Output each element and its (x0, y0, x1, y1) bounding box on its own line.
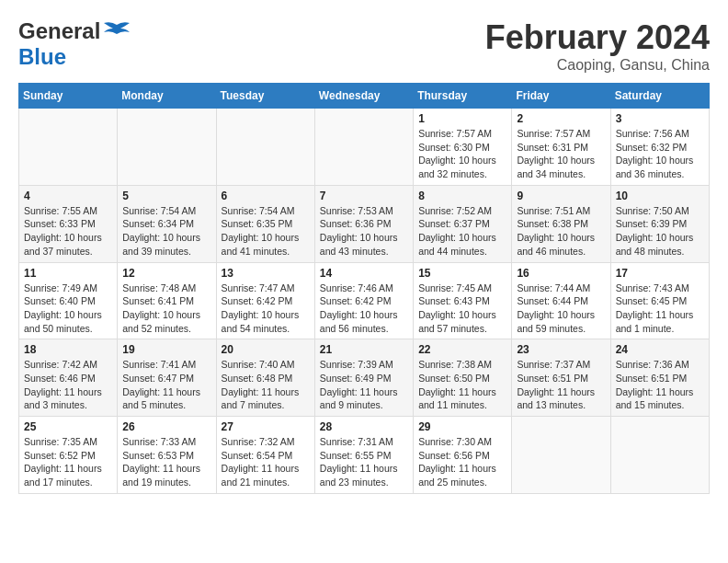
day-info: Sunrise: 7:30 AM Sunset: 6:56 PM Dayligh… (418, 435, 506, 489)
day-number: 8 (418, 190, 506, 202)
day-number: 15 (418, 267, 506, 280)
day-info: Sunrise: 7:44 AM Sunset: 6:44 PM Dayligh… (517, 282, 605, 336)
title-section: February 2024 Caoping, Gansu, China (485, 18, 710, 74)
day-number: 27 (222, 420, 310, 433)
day-info: Sunrise: 7:52 AM Sunset: 6:37 PM Dayligh… (418, 204, 506, 259)
calendar-cell: 9Sunrise: 7:51 AM Sunset: 6:38 PM Daylig… (512, 185, 610, 262)
day-number: 28 (320, 420, 408, 433)
weekday-header-row: SundayMondayTuesdayWednesdayThursdayFrid… (19, 84, 710, 109)
day-number: 12 (122, 267, 210, 280)
calendar-table: SundayMondayTuesdayWednesdayThursdayFrid… (18, 83, 710, 494)
day-info: Sunrise: 7:32 AM Sunset: 6:54 PM Dayligh… (222, 435, 310, 489)
calendar-cell (512, 417, 610, 494)
day-number: 24 (616, 343, 704, 356)
day-info: Sunrise: 7:40 AM Sunset: 6:48 PM Dayligh… (222, 358, 310, 412)
calendar-cell: 3Sunrise: 7:56 AM Sunset: 6:32 PM Daylig… (610, 109, 709, 186)
page-header: General Blue February 2024 Caoping, Gans… (18, 18, 710, 74)
day-number: 13 (222, 267, 310, 280)
calendar-cell: 25Sunrise: 7:35 AM Sunset: 6:52 PM Dayli… (19, 417, 118, 494)
calendar-week-row: 25Sunrise: 7:35 AM Sunset: 6:52 PM Dayli… (19, 417, 710, 494)
day-info: Sunrise: 7:54 AM Sunset: 6:35 PM Dayligh… (222, 204, 310, 259)
day-number: 26 (122, 420, 210, 433)
logo-blue-text: Blue (18, 44, 66, 69)
calendar-cell: 14Sunrise: 7:46 AM Sunset: 6:42 PM Dayli… (314, 262, 413, 339)
calendar-week-row: 4Sunrise: 7:55 AM Sunset: 6:33 PM Daylig… (19, 185, 710, 262)
calendar-cell: 19Sunrise: 7:41 AM Sunset: 6:47 PM Dayli… (118, 339, 216, 417)
day-number: 22 (418, 343, 506, 356)
weekday-header: Thursday (414, 84, 512, 109)
day-info: Sunrise: 7:57 AM Sunset: 6:30 PM Dayligh… (418, 127, 506, 181)
calendar-cell: 27Sunrise: 7:32 AM Sunset: 6:54 PM Dayli… (216, 417, 314, 494)
calendar-cell: 1Sunrise: 7:57 AM Sunset: 6:30 PM Daylig… (414, 109, 512, 186)
day-info: Sunrise: 7:36 AM Sunset: 6:51 PM Dayligh… (616, 358, 704, 412)
day-info: Sunrise: 7:45 AM Sunset: 6:43 PM Dayligh… (418, 282, 506, 336)
weekday-header: Tuesday (216, 84, 314, 109)
calendar-cell: 23Sunrise: 7:37 AM Sunset: 6:51 PM Dayli… (512, 339, 610, 417)
calendar-cell: 18Sunrise: 7:42 AM Sunset: 6:46 PM Dayli… (19, 339, 118, 417)
calendar-cell: 6Sunrise: 7:54 AM Sunset: 6:35 PM Daylig… (216, 185, 314, 262)
day-info: Sunrise: 7:42 AM Sunset: 6:46 PM Dayligh… (24, 358, 112, 412)
day-info: Sunrise: 7:37 AM Sunset: 6:51 PM Dayligh… (517, 358, 605, 412)
calendar-cell (19, 109, 118, 186)
day-number: 11 (24, 267, 112, 280)
day-number: 29 (418, 420, 506, 433)
calendar-week-row: 18Sunrise: 7:42 AM Sunset: 6:46 PM Dayli… (19, 339, 710, 417)
calendar-cell (610, 417, 709, 494)
day-info: Sunrise: 7:41 AM Sunset: 6:47 PM Dayligh… (122, 358, 210, 412)
calendar-title: February 2024 (485, 18, 710, 57)
day-number: 2 (517, 112, 605, 125)
day-info: Sunrise: 7:33 AM Sunset: 6:53 PM Dayligh… (122, 435, 210, 489)
day-info: Sunrise: 7:49 AM Sunset: 6:40 PM Dayligh… (24, 282, 112, 336)
day-number: 4 (24, 190, 112, 202)
day-number: 16 (517, 267, 605, 280)
day-info: Sunrise: 7:54 AM Sunset: 6:34 PM Dayligh… (122, 204, 210, 259)
day-info: Sunrise: 7:39 AM Sunset: 6:49 PM Dayligh… (320, 358, 408, 412)
day-number: 18 (24, 343, 112, 356)
day-info: Sunrise: 7:53 AM Sunset: 6:36 PM Dayligh… (320, 204, 408, 259)
day-number: 10 (616, 190, 704, 202)
calendar-week-row: 1Sunrise: 7:57 AM Sunset: 6:30 PM Daylig… (19, 109, 710, 186)
logo-text: General (18, 18, 100, 44)
calendar-week-row: 11Sunrise: 7:49 AM Sunset: 6:40 PM Dayli… (19, 262, 710, 339)
calendar-cell (216, 109, 314, 186)
day-info: Sunrise: 7:46 AM Sunset: 6:42 PM Dayligh… (320, 282, 408, 336)
day-number: 3 (616, 112, 704, 125)
day-info: Sunrise: 7:56 AM Sunset: 6:32 PM Dayligh… (616, 127, 704, 181)
day-info: Sunrise: 7:43 AM Sunset: 6:45 PM Dayligh… (616, 282, 704, 336)
day-number: 6 (222, 190, 310, 202)
calendar-cell: 22Sunrise: 7:38 AM Sunset: 6:50 PM Dayli… (414, 339, 512, 417)
day-info: Sunrise: 7:47 AM Sunset: 6:42 PM Dayligh… (222, 282, 310, 336)
day-number: 1 (418, 112, 506, 125)
calendar-cell: 16Sunrise: 7:44 AM Sunset: 6:44 PM Dayli… (512, 262, 610, 339)
logo: General Blue (18, 18, 131, 70)
day-number: 25 (24, 420, 112, 433)
calendar-cell: 5Sunrise: 7:54 AM Sunset: 6:34 PM Daylig… (118, 185, 216, 262)
day-number: 19 (122, 343, 210, 356)
day-number: 5 (122, 190, 210, 202)
calendar-cell: 11Sunrise: 7:49 AM Sunset: 6:40 PM Dayli… (19, 262, 118, 339)
day-number: 7 (320, 190, 408, 202)
day-info: Sunrise: 7:50 AM Sunset: 6:39 PM Dayligh… (616, 204, 704, 259)
weekday-header: Wednesday (314, 84, 413, 109)
day-number: 23 (517, 343, 605, 356)
calendar-cell: 12Sunrise: 7:48 AM Sunset: 6:41 PM Dayli… (118, 262, 216, 339)
calendar-cell: 2Sunrise: 7:57 AM Sunset: 6:31 PM Daylig… (512, 109, 610, 186)
day-info: Sunrise: 7:38 AM Sunset: 6:50 PM Dayligh… (418, 358, 506, 412)
calendar-cell: 8Sunrise: 7:52 AM Sunset: 6:37 PM Daylig… (414, 185, 512, 262)
calendar-cell: 7Sunrise: 7:53 AM Sunset: 6:36 PM Daylig… (314, 185, 413, 262)
calendar-subtitle: Caoping, Gansu, China (485, 57, 710, 74)
day-info: Sunrise: 7:57 AM Sunset: 6:31 PM Dayligh… (517, 127, 605, 181)
day-info: Sunrise: 7:55 AM Sunset: 6:33 PM Dayligh… (24, 204, 112, 259)
calendar-cell: 24Sunrise: 7:36 AM Sunset: 6:51 PM Dayli… (610, 339, 709, 417)
calendar-cell: 17Sunrise: 7:43 AM Sunset: 6:45 PM Dayli… (610, 262, 709, 339)
weekday-header: Monday (118, 84, 216, 109)
calendar-cell: 28Sunrise: 7:31 AM Sunset: 6:55 PM Dayli… (314, 417, 413, 494)
day-info: Sunrise: 7:48 AM Sunset: 6:41 PM Dayligh… (122, 282, 210, 336)
day-info: Sunrise: 7:35 AM Sunset: 6:52 PM Dayligh… (24, 435, 112, 489)
weekday-header: Saturday (610, 84, 709, 109)
day-number: 21 (320, 343, 408, 356)
calendar-cell: 26Sunrise: 7:33 AM Sunset: 6:53 PM Dayli… (118, 417, 216, 494)
day-number: 9 (517, 190, 605, 202)
calendar-cell: 13Sunrise: 7:47 AM Sunset: 6:42 PM Dayli… (216, 262, 314, 339)
calendar-cell (314, 109, 413, 186)
